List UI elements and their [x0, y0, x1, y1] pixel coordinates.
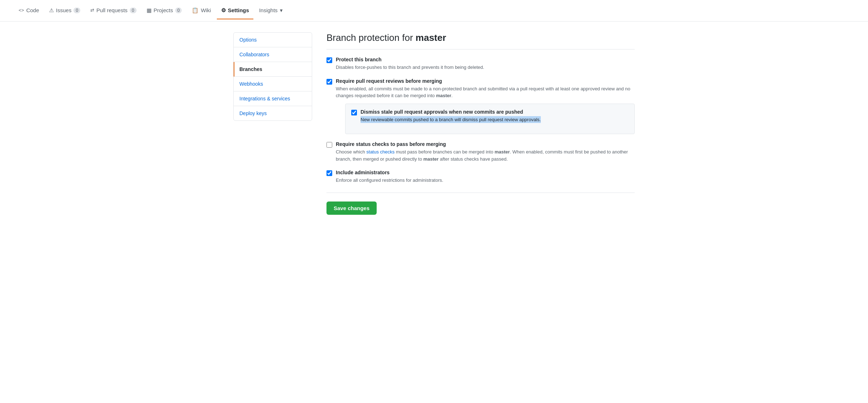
- nav-wiki-label: Wiki: [201, 7, 211, 13]
- require-status-checkbox[interactable]: [326, 142, 332, 148]
- pull-requests-badge: 0: [130, 8, 137, 13]
- nav-settings-label: Settings: [228, 7, 249, 13]
- sidebar-item-webhooks[interactable]: Webhooks: [234, 77, 312, 91]
- require-status-section: Require status checks to pass before mer…: [326, 141, 635, 162]
- require-pr-label: Require pull request reviews before merg…: [336, 78, 635, 84]
- require-status-content: Require status checks to pass before mer…: [336, 141, 635, 162]
- include-admins-row: Include administrators Enforce all confi…: [326, 170, 635, 184]
- dismiss-stale-section: Dismiss stale pull request approvals whe…: [345, 104, 635, 134]
- nav-code-label: Code: [26, 7, 39, 13]
- require-pr-checkbox[interactable]: [326, 79, 332, 85]
- save-changes-button[interactable]: Save changes: [326, 202, 377, 215]
- protect-branch-checkbox[interactable]: [326, 57, 332, 63]
- main-layout: Options Collaborators Branches Webhooks …: [219, 32, 649, 215]
- include-admins-label: Include administrators: [336, 170, 443, 175]
- include-admins-content: Include administrators Enforce all confi…: [336, 170, 443, 184]
- nav-projects-label: Projects: [154, 7, 173, 13]
- nav-issues-label: Issues: [56, 7, 71, 13]
- protect-branch-row: Protect this branch Disables force-pushe…: [326, 57, 635, 71]
- nav-issues[interactable]: ⚠ Issues 0: [45, 2, 85, 19]
- nav-insights[interactable]: Insights ▾: [255, 2, 287, 19]
- protect-branch-section: Protect this branch Disables force-pushe…: [326, 57, 635, 71]
- issues-badge: 0: [73, 8, 80, 13]
- require-pr-section: Require pull request reviews before merg…: [326, 78, 635, 134]
- nav-settings[interactable]: ⚙ Settings: [217, 2, 253, 19]
- code-icon: <>: [19, 8, 24, 13]
- sidebar-item-deploy-keys[interactable]: Deploy keys: [234, 106, 312, 120]
- require-status-desc: Choose which status checks must pass bef…: [336, 148, 635, 162]
- page-title: Branch protection for master: [326, 32, 635, 49]
- sidebar-item-options[interactable]: Options: [234, 33, 312, 47]
- protect-branch-desc: Disables force-pushes to this branch and…: [336, 64, 484, 71]
- dismiss-stale-checkbox[interactable]: [351, 110, 357, 115]
- require-status-row: Require status checks to pass before mer…: [326, 141, 635, 162]
- section-divider: [326, 193, 635, 193]
- require-status-label: Require status checks to pass before mer…: [336, 141, 635, 147]
- include-admins-section: Include administrators Enforce all confi…: [326, 170, 635, 184]
- nav-pull-requests[interactable]: ⇄ Pull requests 0: [86, 2, 140, 19]
- nav-insights-label: Insights: [259, 7, 278, 13]
- nav-wiki[interactable]: 📋 Wiki: [187, 2, 215, 19]
- dismiss-stale-label: Dismiss stale pull request approvals whe…: [361, 109, 541, 115]
- sidebar-item-collaborators[interactable]: Collaborators: [234, 47, 312, 62]
- dismiss-stale-desc: New reviewable commits pushed to a branc…: [361, 116, 541, 123]
- sidebar-item-integrations[interactable]: Integrations & services: [234, 91, 312, 106]
- chevron-down-icon: ▾: [280, 7, 283, 14]
- require-pr-content: Require pull request reviews before merg…: [336, 78, 635, 134]
- nav-pull-requests-label: Pull requests: [96, 7, 128, 13]
- projects-icon: ▦: [147, 7, 152, 14]
- require-pr-desc: When enabled, all commits must be made t…: [336, 85, 635, 99]
- dismiss-stale-content: Dismiss stale pull request approvals whe…: [361, 109, 541, 123]
- top-navigation: <> Code ⚠ Issues 0 ⇄ Pull requests 0 ▦ P…: [0, 0, 868, 22]
- settings-icon: ⚙: [221, 7, 226, 14]
- nav-code[interactable]: <> Code: [14, 2, 43, 19]
- wiki-icon: 📋: [192, 7, 199, 14]
- sidebar-item-branches[interactable]: Branches: [234, 62, 312, 77]
- protect-branch-label: Protect this branch: [336, 57, 484, 62]
- pull-requests-icon: ⇄: [90, 8, 94, 13]
- include-admins-checkbox[interactable]: [326, 170, 332, 176]
- require-pr-row: Require pull request reviews before merg…: [326, 78, 635, 134]
- include-admins-desc: Enforce all configured restrictions for …: [336, 177, 443, 184]
- content-area: Branch protection for master Protect thi…: [326, 32, 635, 215]
- sidebar: Options Collaborators Branches Webhooks …: [233, 32, 312, 121]
- projects-badge: 0: [175, 8, 182, 13]
- protect-branch-content: Protect this branch Disables force-pushe…: [336, 57, 484, 71]
- status-checks-link[interactable]: status checks: [366, 149, 395, 155]
- dismiss-stale-highlighted: New reviewable commits pushed to a branc…: [361, 116, 541, 123]
- nav-projects[interactable]: ▦ Projects 0: [142, 2, 186, 19]
- issues-icon: ⚠: [49, 7, 54, 14]
- dismiss-stale-row: Dismiss stale pull request approvals whe…: [351, 109, 629, 123]
